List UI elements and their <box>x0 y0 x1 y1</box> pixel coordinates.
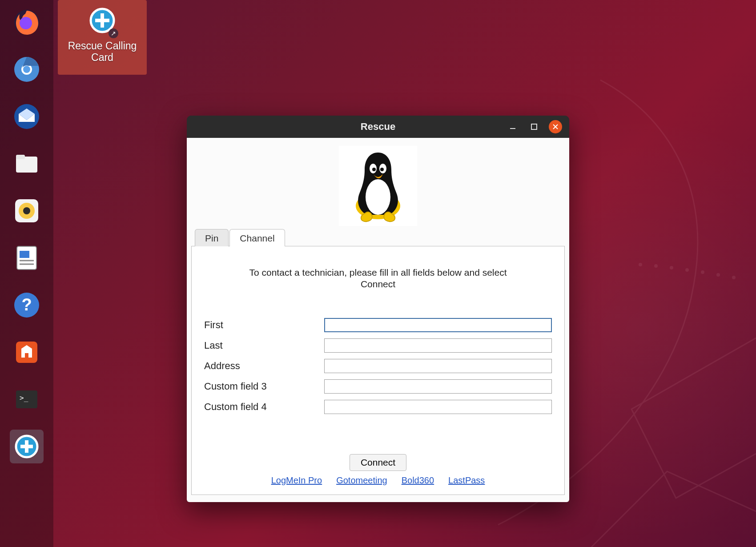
contact-form: First Last Address Custom field 3 Custom… <box>201 318 555 414</box>
link-gotomeeting[interactable]: Gotomeeting <box>336 475 387 486</box>
svg-rect-25 <box>25 353 28 358</box>
svg-rect-35 <box>95 19 109 22</box>
dock-item-writer[interactable] <box>10 241 44 275</box>
svg-point-8 <box>20 17 32 29</box>
dock-item-rescue[interactable] <box>10 430 44 463</box>
rescue-plus-icon: ↗ <box>88 6 117 36</box>
svg-point-6 <box>732 276 736 279</box>
terminal-icon: >_ <box>12 385 41 414</box>
tux-logo <box>339 146 417 226</box>
minimize-icon <box>509 123 516 130</box>
chromium-icon <box>12 55 41 84</box>
form-row-address: Address <box>204 359 552 373</box>
tab-pin[interactable]: Pin <box>195 229 229 246</box>
svg-text:?: ? <box>21 295 32 314</box>
dock-item-thunderbird[interactable] <box>10 100 44 133</box>
input-custom3[interactable] <box>324 379 552 394</box>
dock: ? >_ <box>0 0 53 547</box>
rescue-icon <box>12 432 41 461</box>
maximize-button[interactable] <box>527 120 541 133</box>
label-custom4: Custom field 4 <box>204 401 324 413</box>
svg-point-45 <box>380 168 384 171</box>
tab-panel-channel: To contact a technician, please fill in … <box>191 246 565 495</box>
dock-item-rhythmbox[interactable] <box>10 194 44 228</box>
svg-point-41 <box>366 179 390 215</box>
svg-point-1 <box>654 264 658 268</box>
help-icon: ? <box>12 291 41 319</box>
desktop-shortcut-rescue-calling-card[interactable]: ↗ Rescue Calling Card <box>58 0 147 75</box>
connect-button-label: Connect <box>361 457 395 467</box>
svg-point-5 <box>716 273 720 277</box>
form-row-first: First <box>204 318 552 332</box>
svg-point-11 <box>23 66 30 73</box>
window-title: Rescue <box>361 121 395 133</box>
svg-rect-19 <box>20 251 29 258</box>
label-custom3: Custom field 3 <box>204 381 324 392</box>
svg-text:>_: >_ <box>20 394 28 402</box>
svg-rect-37 <box>531 124 537 129</box>
tab-pin-label: Pin <box>205 233 218 243</box>
window-controls <box>506 116 566 138</box>
files-icon <box>12 149 41 178</box>
label-first: First <box>204 319 324 331</box>
label-address: Address <box>204 360 324 372</box>
window-body: Pin Channel To contact a technician, ple… <box>187 138 569 502</box>
tab-channel[interactable]: Channel <box>229 229 285 246</box>
svg-rect-14 <box>16 155 25 159</box>
form-row-custom3: Custom field 3 <box>204 379 552 394</box>
close-icon <box>552 124 559 130</box>
dock-item-chromium[interactable] <box>10 52 44 86</box>
footer-links: LogMeIn Pro Gotomeeting Bold360 LastPass <box>271 475 485 486</box>
input-first[interactable] <box>324 318 552 332</box>
svg-point-17 <box>23 207 30 214</box>
libreoffice-writer-icon <box>12 244 41 272</box>
desktop-shortcut-label: Rescue Calling Card <box>58 40 147 64</box>
dock-item-help[interactable]: ? <box>10 288 44 322</box>
window-titlebar[interactable]: Rescue <box>187 116 569 138</box>
link-logmein-pro[interactable]: LogMeIn Pro <box>271 475 322 486</box>
svg-point-0 <box>639 263 642 266</box>
dock-item-firefox[interactable] <box>10 5 44 39</box>
svg-point-44 <box>372 168 376 171</box>
svg-point-3 <box>685 268 689 272</box>
ubuntu-software-icon <box>12 338 41 366</box>
label-last: Last <box>204 340 324 351</box>
tux-icon <box>345 148 411 224</box>
dock-item-files[interactable] <box>10 147 44 181</box>
rescue-window: Rescue <box>187 116 569 502</box>
link-lastpass[interactable]: LastPass <box>448 475 485 486</box>
instruction-text: To contact a technician, please fill in … <box>245 267 511 290</box>
connect-button[interactable]: Connect <box>350 454 406 471</box>
firefox-icon <box>12 8 41 36</box>
input-last[interactable] <box>324 338 552 353</box>
minimize-button[interactable] <box>506 120 519 133</box>
dock-item-terminal[interactable]: >_ <box>10 382 44 416</box>
form-row-last: Last <box>204 338 552 353</box>
rhythmbox-icon <box>12 197 41 225</box>
maximize-icon <box>531 123 538 130</box>
dock-item-software[interactable] <box>10 335 44 369</box>
close-button[interactable] <box>549 120 562 133</box>
tab-bar: Pin Channel <box>195 229 565 246</box>
link-bold360[interactable]: Bold360 <box>402 475 434 486</box>
svg-rect-31 <box>20 445 33 448</box>
svg-point-2 <box>670 266 673 269</box>
tab-channel-label: Channel <box>240 233 274 243</box>
form-row-custom4: Custom field 4 <box>204 400 552 414</box>
input-custom4[interactable] <box>324 400 552 414</box>
input-address[interactable] <box>324 359 552 373</box>
svg-point-4 <box>701 270 704 274</box>
thunderbird-icon <box>12 102 41 131</box>
shortcut-arrow-icon: ↗ <box>109 28 118 38</box>
